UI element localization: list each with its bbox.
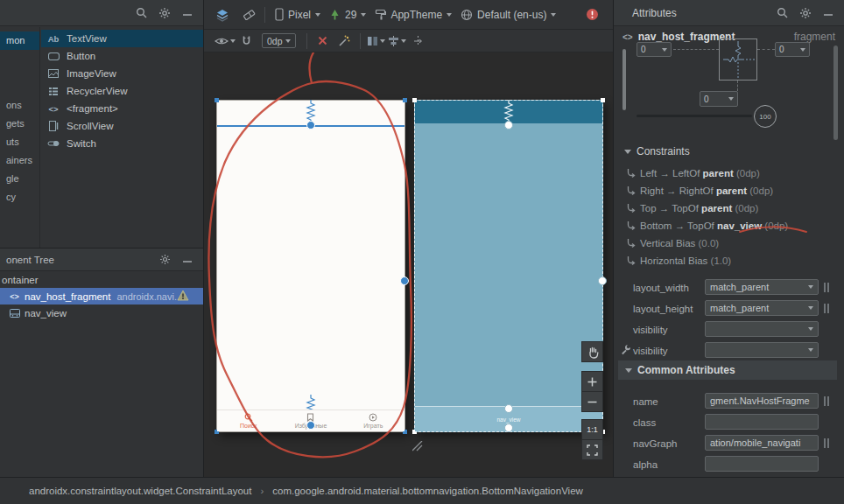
corner-handle[interactable] (601, 98, 605, 102)
zoom-controls: 1:1 (581, 341, 603, 460)
constraints-section-header[interactable]: Constraints (624, 145, 690, 158)
alpha-field[interactable] (705, 456, 819, 472)
right-anchor[interactable] (598, 276, 607, 285)
pin-indicator[interactable] (824, 281, 831, 293)
splitter-handle[interactable] (622, 49, 626, 110)
resize-handle[interactable] (412, 441, 423, 452)
bias-badge[interactable]: 100 (754, 105, 777, 128)
fragment-icon: <> (8, 292, 21, 301)
palette-item-imageview[interactable]: ImageView (41, 65, 203, 82)
bottom-nav-view-icon (8, 309, 21, 318)
visibility-selector[interactable] (705, 321, 819, 337)
palette-category-legacy[interactable]: cy (0, 188, 39, 206)
constraint-row-horizontal-bias[interactable]: Horizontal Bias (1.0) (626, 252, 837, 270)
palette-category-widgets[interactable]: gets (0, 115, 39, 133)
palette-item-scrollview[interactable]: ScrollView (41, 117, 203, 135)
layout-height-label: layout_height (633, 301, 693, 317)
api-level-selector[interactable]: 29 (325, 6, 370, 24)
search-icon[interactable] (777, 7, 788, 18)
class-field[interactable] (705, 414, 819, 430)
minimize-icon[interactable] (823, 8, 833, 18)
corner-handle[interactable] (412, 98, 417, 102)
design-surface[interactable]: Поиск Избранные Играть (204, 52, 613, 477)
pin-indicator[interactable] (824, 302, 831, 314)
top-anchor[interactable] (504, 121, 513, 130)
gear-icon[interactable] (159, 254, 171, 265)
clear-constraints-icon[interactable] (313, 32, 334, 50)
tree-item-container[interactable]: ontainer (0, 271, 203, 288)
gear-icon[interactable] (158, 7, 171, 19)
minimize-icon[interactable] (182, 8, 193, 18)
pin-indicator[interactable] (824, 395, 831, 407)
tree-item-nav-view[interactable]: nav_view (0, 304, 203, 321)
autoconnect-magnet-icon[interactable] (236, 32, 257, 50)
tools-visibility-selector[interactable] (705, 342, 819, 358)
constraint-row-right[interactable]: Right → RightOf parent (0dp) (626, 182, 837, 200)
switch-icon (46, 140, 60, 147)
constraint-row-bottom[interactable]: Bottom → TopOf nav_view (0dp) (626, 217, 837, 234)
design-mode-icon[interactable] (212, 6, 233, 24)
common-attributes-header[interactable]: Common Attributes (618, 360, 837, 380)
corner-handle[interactable] (215, 98, 219, 102)
nav-view-top-anchor[interactable] (504, 424, 513, 432)
navgraph-field[interactable]: ation/mobile_navigati (705, 435, 819, 451)
theme-selector[interactable]: AppTheme (370, 6, 456, 24)
align-icon[interactable] (387, 32, 408, 50)
default-margin-selector[interactable]: 0dp (262, 33, 296, 48)
palette-category-common[interactable]: mon (0, 32, 39, 50)
constraint-arrow-icon (626, 203, 636, 213)
right-anchor[interactable] (400, 276, 409, 285)
palette-category-google[interactable]: gle (0, 170, 39, 188)
pan-button[interactable] (581, 341, 603, 362)
palette-category-containers[interactable]: ainers (0, 151, 39, 170)
blueprint-mode-icon[interactable] (238, 6, 259, 24)
breadcrumb-constraintlayout[interactable]: androidx.constraintlayout.widget.Constra… (29, 486, 251, 496)
connector-line (737, 80, 738, 91)
top-anchor[interactable] (306, 121, 315, 130)
palette-item-fragment[interactable]: <> <fragment> (41, 100, 203, 117)
margin-bottom-selector[interactable]: 0 (700, 91, 738, 107)
connector-line (673, 49, 719, 50)
zoom-in-button[interactable] (581, 371, 603, 392)
view-options-icon[interactable] (215, 32, 236, 50)
bottom-anchor[interactable] (504, 404, 513, 413)
locale-selector[interactable]: Default (en-us) (456, 6, 560, 24)
zoom-actual-button[interactable]: 1:1 (581, 419, 603, 440)
pack-icon[interactable] (366, 32, 387, 50)
device-selector[interactable]: Pixel (271, 5, 325, 24)
margin-left-selector[interactable]: 0 (637, 42, 672, 57)
infer-constraints-icon[interactable] (334, 32, 355, 50)
name-field[interactable]: gment.NavHostFragme (705, 393, 819, 409)
guideline-icon[interactable] (408, 32, 429, 50)
search-icon[interactable] (136, 7, 147, 18)
error-indicator-icon[interactable] (581, 6, 602, 24)
gear-icon[interactable] (799, 7, 812, 19)
corner-handle[interactable] (403, 98, 407, 102)
palette-item-button[interactable]: Button (41, 47, 203, 65)
tree-item-nav-host-fragment[interactable]: <> nav_host_fragment androidx.navi... (0, 288, 203, 304)
constraint-widget-square[interactable] (719, 38, 757, 80)
minimize-icon[interactable] (182, 255, 193, 265)
component-type: fragment (794, 31, 835, 43)
zoom-fit-button[interactable] (581, 439, 603, 460)
bias-slider[interactable] (637, 115, 752, 117)
layout-height-selector[interactable]: match_parent (705, 300, 819, 316)
blueprint-view-phone[interactable]: nav_view (414, 100, 603, 432)
bottom-nav-play: Играть (342, 410, 404, 431)
constraint-row-vertical-bias[interactable]: Vertical Bias (0.0) (626, 234, 837, 252)
pin-indicator[interactable] (824, 437, 831, 449)
palette-item-recyclerview[interactable]: RecyclerView (41, 82, 203, 100)
scrollbar-thumb[interactable] (833, 46, 838, 140)
bottom-anchor[interactable] (306, 421, 315, 430)
margin-right-selector[interactable]: 0 (775, 42, 810, 57)
constraint-row-left[interactable]: Left → LeftOf parent (0dp) (626, 164, 837, 182)
palette-item-textview[interactable]: Ab TextView (41, 30, 203, 47)
palette-item-switch[interactable]: Switch (41, 135, 203, 152)
design-view-phone[interactable]: Поиск Избранные Играть (216, 100, 405, 432)
constraint-row-top[interactable]: Top → TopOf parent (0dp) (626, 200, 837, 217)
breadcrumb-bottomnavigationview[interactable]: com.google.android.material.bottomnaviga… (272, 486, 583, 496)
palette-category-layouts[interactable]: uts (0, 133, 39, 151)
layout-width-selector[interactable]: match_parent (705, 279, 819, 295)
zoom-out-button[interactable] (581, 391, 603, 412)
palette-category-buttons[interactable]: ons (0, 96, 39, 115)
